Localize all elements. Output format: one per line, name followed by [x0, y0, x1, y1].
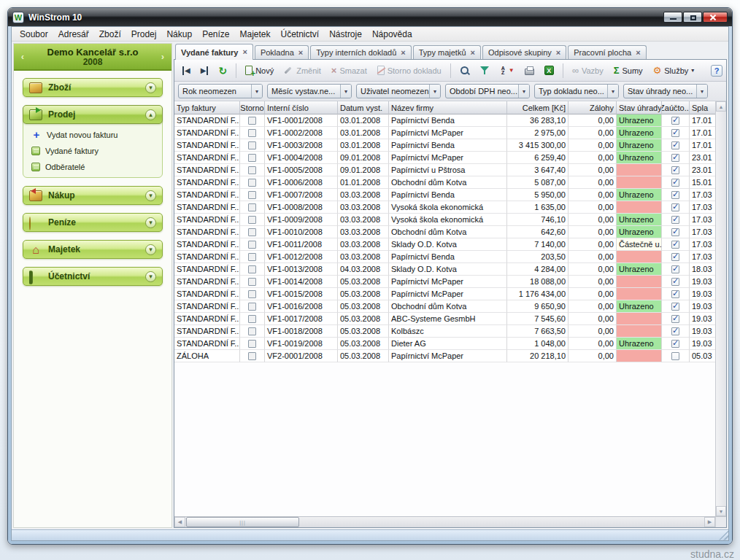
table-row[interactable]: STANDARDNÍ F... VF1-0018/2008 05.03.2008…: [174, 325, 715, 338]
table-row[interactable]: STANDARDNÍ F... VF1-0004/2008 09.01.2008…: [174, 152, 715, 164]
close-button[interactable]: [703, 12, 728, 23]
zauctovano-checkbox[interactable]: [671, 253, 679, 261]
zauctovano-checkbox[interactable]: [671, 315, 679, 323]
menu-item[interactable]: Prodej: [126, 28, 162, 41]
menu-item[interactable]: Zboží: [94, 28, 126, 41]
storno-checkbox[interactable]: [248, 179, 256, 187]
horizontal-scrollbar[interactable]: ◀ ▶: [174, 517, 715, 527]
table-row[interactable]: STANDARDNÍ F... VF1-0006/2008 01.01.2008…: [174, 176, 715, 189]
storno-checkbox[interactable]: [248, 154, 256, 162]
storno-checkbox[interactable]: [248, 303, 256, 311]
column-header-storno[interactable]: Storno: [240, 101, 265, 114]
table-row[interactable]: STANDARDNÍ F... VF1-0008/2008 03.03.2008…: [174, 201, 715, 214]
zauctovano-checkbox[interactable]: [671, 129, 679, 137]
filter-dropdown[interactable]: Uživatel neomezen: [356, 84, 441, 98]
zauctovano-checkbox[interactable]: [671, 228, 679, 236]
tab[interactable]: Pokladna: [255, 45, 309, 59]
tab-close-icon[interactable]: [556, 49, 560, 57]
refresh-button[interactable]: ↻: [214, 63, 231, 79]
tab[interactable]: Odpisové skupiny: [482, 45, 566, 59]
storno-checkbox[interactable]: [248, 191, 256, 199]
storno-button[interactable]: Storno dokladu: [373, 63, 446, 78]
table-row[interactable]: STANDARDNÍ F... VF1-0005/2008 09.01.2008…: [174, 164, 715, 176]
help-button[interactable]: [711, 65, 722, 77]
storno-checkbox[interactable]: [248, 265, 256, 273]
tab[interactable]: Vydané faktury: [175, 44, 253, 60]
filter-dropdown[interactable]: Měsíc vystav.ne...: [267, 84, 352, 98]
maximize-button[interactable]: [683, 12, 702, 23]
links-button[interactable]: ∞Vazby: [568, 63, 608, 78]
column-header-nazev-firmy[interactable]: Název firmy: [389, 101, 507, 114]
print-button[interactable]: [520, 63, 539, 78]
sidebar-item-nakup[interactable]: Nákup: [23, 186, 163, 205]
sums-button[interactable]: ΣSumy: [609, 63, 647, 78]
search-button[interactable]: [455, 63, 474, 79]
menu-item[interactable]: Soubor: [15, 28, 53, 41]
filter-dropdown[interactable]: Rok neomezen: [178, 84, 263, 98]
zauctovano-checkbox[interactable]: [671, 191, 679, 199]
new-button[interactable]: Nový: [241, 63, 278, 78]
storno-checkbox[interactable]: [248, 253, 256, 261]
zauctovano-checkbox[interactable]: [671, 352, 679, 360]
table-row[interactable]: STANDARDNÍ F... VF1-0012/2008 03.03.2008…: [174, 251, 715, 263]
menu-item[interactable]: Účetnictví: [276, 28, 325, 41]
tab-close-icon[interactable]: [401, 49, 405, 57]
last-record-button[interactable]: ▶: [196, 63, 213, 78]
scroll-down-icon[interactable]: ▼: [716, 506, 726, 516]
menu-item[interactable]: Majetek: [234, 28, 275, 41]
column-header-splatnost[interactable]: Spla: [690, 101, 715, 114]
storno-checkbox[interactable]: [248, 203, 256, 211]
tab[interactable]: Typy majetků: [413, 45, 481, 59]
filter-dropdown[interactable]: Období DPH neo...: [445, 84, 530, 98]
storno-checkbox[interactable]: [248, 278, 256, 286]
table-row[interactable]: STANDARDNÍ F... VF1-0016/2008 05.03.2008…: [174, 300, 715, 313]
table-row[interactable]: STANDARDNÍ F... VF1-0001/2008 03.01.2008…: [174, 114, 715, 127]
scroll-left-icon[interactable]: ◀: [174, 517, 185, 527]
tab-close-icon[interactable]: [298, 49, 303, 57]
storno-checkbox[interactable]: [248, 340, 256, 348]
edit-button[interactable]: Změnit: [280, 63, 325, 78]
table-row[interactable]: STANDARDNÍ F... VF1-0017/2008 05.03.2008…: [174, 313, 715, 325]
zauctovano-checkbox[interactable]: [671, 179, 679, 187]
resize-grip[interactable]: [719, 531, 728, 540]
storno-checkbox[interactable]: [248, 352, 256, 360]
zauctovano-checkbox[interactable]: [671, 241, 679, 249]
storno-checkbox[interactable]: [248, 290, 256, 298]
table-row[interactable]: STANDARDNÍ F... VF1-0003/2008 03.01.2008…: [174, 139, 715, 152]
storno-checkbox[interactable]: [248, 241, 256, 249]
vertical-scrollbar[interactable]: ▲ ▼: [715, 101, 726, 516]
table-row[interactable]: STANDARDNÍ F... VF1-0019/2008 05.03.2008…: [174, 338, 715, 350]
minimize-button[interactable]: [663, 12, 682, 23]
column-header-stav-uhrady[interactable]: Stav úhrady: [617, 101, 662, 114]
storno-checkbox[interactable]: [248, 129, 256, 137]
table-row[interactable]: STANDARDNÍ F... VF1-0015/2008 05.03.2008…: [174, 288, 715, 300]
menu-item[interactable]: Nákup: [161, 28, 197, 41]
sidebar-item-penize[interactable]: Peníze: [23, 213, 163, 232]
storno-checkbox[interactable]: [248, 228, 256, 236]
storno-checkbox[interactable]: [248, 141, 256, 149]
sidebar-item-zbozi[interactable]: Zboží: [23, 78, 163, 97]
column-header-datum-vyst[interactable]: Datum vyst.: [338, 101, 389, 114]
sidebar-item-prodej[interactable]: Prodej: [23, 105, 163, 124]
table-row[interactable]: STANDARDNÍ F... VF1-0009/2008 03.03.2008…: [174, 214, 715, 226]
zauctovano-checkbox[interactable]: [671, 340, 679, 348]
tab[interactable]: Typy interních dokladů: [310, 45, 412, 59]
storno-checkbox[interactable]: [248, 315, 256, 323]
storno-checkbox[interactable]: [248, 216, 256, 224]
titlebar[interactable]: W WinStrom 10: [8, 8, 732, 26]
filter-dropdown[interactable]: Stav úhrady neo...: [623, 84, 708, 98]
sidebar-item-odberatele[interactable]: Odběratelé: [23, 159, 162, 175]
scroll-up-icon[interactable]: ▲: [716, 101, 726, 112]
zauctovano-checkbox[interactable]: [671, 303, 679, 311]
sidebar-item-vydat-novou-fakturu[interactable]: + Vydat novou fakturu: [23, 127, 162, 143]
services-button[interactable]: ⚙Služby: [649, 63, 699, 78]
column-header-celkem[interactable]: Celkem [Kč]: [507, 101, 569, 114]
tab-close-icon[interactable]: [471, 49, 475, 57]
zauctovano-checkbox[interactable]: [671, 117, 679, 125]
column-header-zauctovano[interactable]: Zaúčto...: [662, 101, 690, 114]
table-row[interactable]: ZÁLOHA VF2-0001/2008 05.03.2008 Papírnic…: [174, 350, 715, 362]
tab-close-icon[interactable]: [242, 48, 247, 56]
company-prev-arrow[interactable]: ‹: [18, 51, 27, 62]
zauctovano-checkbox[interactable]: [671, 265, 679, 273]
tab-close-icon[interactable]: [636, 49, 640, 57]
